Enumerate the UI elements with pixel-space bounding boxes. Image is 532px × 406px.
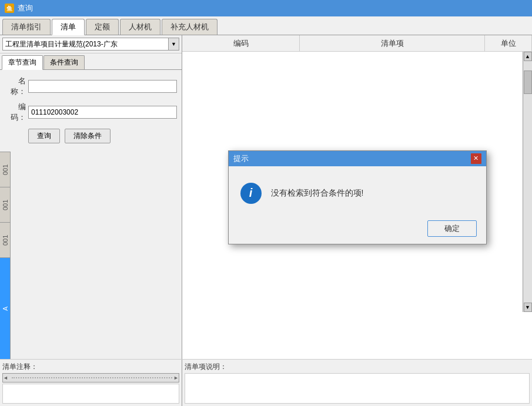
dialog-title: 提示	[233, 153, 249, 164]
tab-buchong[interactable]: 补充人材机	[162, 19, 218, 35]
right-panel: 编码 清单项 单位 ▲ ▼ 提示 ✕	[182, 35, 532, 359]
side-label-001b: 001	[0, 187, 10, 222]
info-icon: i	[240, 183, 262, 204]
code-label: 编码：	[5, 102, 26, 123]
dialog-message: 没有检索到符合条件的项!	[271, 188, 474, 199]
dialog-title-bar: 提示 ✕	[229, 151, 486, 166]
title-text: 查询	[18, 3, 33, 14]
description-textarea[interactable]	[185, 373, 530, 404]
tab-rencaiji[interactable]: 人材机	[120, 19, 160, 35]
btn-row: 查询 清除条件	[5, 129, 177, 143]
sub-tab-condition[interactable]: 条件查询	[44, 55, 85, 69]
notes-textarea[interactable]	[2, 384, 179, 404]
dialog-overlay: 提示 ✕ i 没有检索到符合条件的项! 确定	[182, 35, 532, 359]
dialog-footer: 确定	[229, 216, 486, 244]
dialog-close-button[interactable]: ✕	[471, 153, 481, 164]
search-form: 名称： 编码： 查询 清除条件	[0, 70, 182, 149]
bottom-description: 清单项说明：	[182, 360, 532, 406]
notes-scrollbar[interactable]: ◄ ►	[2, 373, 179, 382]
side-label-a: A	[0, 257, 10, 359]
tab-qingdanzhinyin[interactable]: 清单指引	[2, 19, 51, 35]
code-input[interactable]	[28, 106, 177, 119]
bottom-notes: 清单注释： ◄ ►	[0, 360, 182, 406]
description-label: 清单项说明：	[185, 362, 530, 372]
svg-text:鱼: 鱼	[6, 5, 13, 12]
bottom-section: 清单注释： ◄ ► 清单项说明：	[0, 359, 532, 406]
clear-button[interactable]: 清除条件	[65, 129, 111, 143]
dropdown-row: 工程里清单项目计量规范(2013-广东 ▼	[0, 35, 182, 53]
left-panel: 工程里清单项目计量规范(2013-广东 ▼ 章节查询 条件查询 名称： 编码：	[0, 35, 182, 359]
title-bar: 鱼 查询	[0, 0, 532, 16]
code-row: 编码：	[5, 102, 177, 123]
alert-dialog: 提示 ✕ i 没有检索到符合条件的项! 确定	[228, 150, 487, 244]
dropdown-arrow-icon[interactable]: ▼	[169, 38, 179, 51]
name-row: 名称：	[5, 76, 177, 97]
app-icon: 鱼	[5, 4, 14, 13]
sub-tab-chapter[interactable]: 章节查询	[2, 55, 43, 70]
main-window: 鱼 查询 清单指引 清单 定额 人材机 补充人材机 工程里清单项目计量规范(20…	[0, 0, 532, 406]
tab-qingdan[interactable]: 清单	[52, 19, 85, 35]
side-label-001c: 001	[0, 222, 10, 257]
spec-dropdown[interactable]: 工程里清单项目计量规范(2013-广东	[2, 38, 169, 51]
side-label-001a: 001	[0, 152, 10, 187]
search-button[interactable]: 查询	[28, 129, 60, 143]
tab-dinge[interactable]: 定额	[86, 19, 119, 35]
sub-tab-bar: 章节查询 条件查询	[0, 53, 182, 70]
dialog-ok-button[interactable]: 确定	[427, 220, 477, 237]
notes-label: 清单注释：	[2, 362, 179, 372]
dialog-body: i 没有检索到符合条件的项!	[229, 166, 486, 216]
name-label: 名称：	[5, 76, 26, 97]
tab-bar: 清单指引 清单 定额 人材机 补充人材机	[0, 16, 532, 35]
name-input[interactable]	[28, 80, 177, 93]
content-area: 工程里清单项目计量规范(2013-广东 ▼ 章节查询 条件查询 名称： 编码：	[0, 35, 532, 359]
